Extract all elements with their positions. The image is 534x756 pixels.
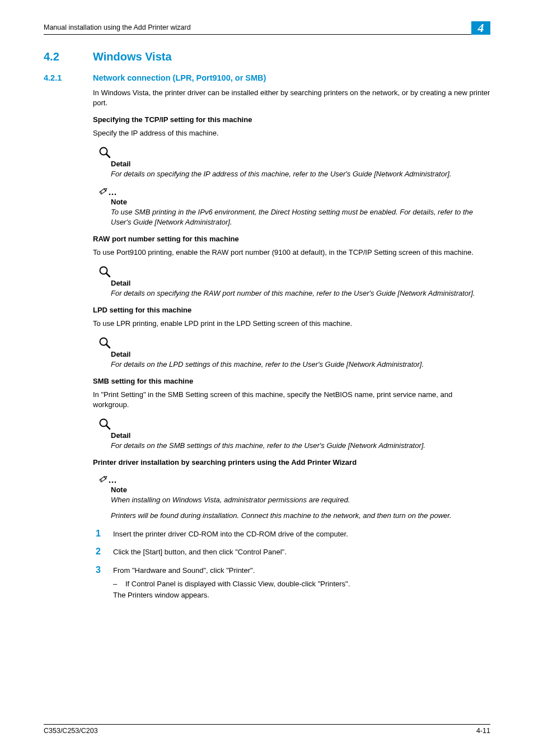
svg-point-6 bbox=[112, 194, 114, 195]
smb-paragraph: In "Print Setting" in the SMB Setting sc… bbox=[93, 390, 490, 409]
page-header: Manual installation using the Add Printe… bbox=[44, 21, 490, 35]
svg-line-1 bbox=[106, 154, 110, 157]
smb-heading: SMB setting for this machine bbox=[93, 377, 490, 385]
bullet-dash: – bbox=[113, 579, 119, 589]
step-number: 3 bbox=[93, 564, 101, 601]
step-item: 1 Insert the printer driver CD-ROM into … bbox=[93, 528, 490, 539]
subsection-number: 4.2.1 bbox=[44, 73, 75, 82]
note-label: Note bbox=[111, 198, 490, 206]
svg-marker-15 bbox=[104, 475, 107, 479]
svg-point-5 bbox=[109, 194, 111, 195]
magnifier-icon bbox=[99, 337, 490, 349]
magnifier-icon bbox=[99, 265, 490, 278]
section-title: Windows Vista bbox=[93, 50, 172, 63]
svg-point-18 bbox=[112, 482, 114, 483]
detail-label: Detail bbox=[111, 431, 490, 440]
pencil-note-icon bbox=[99, 186, 490, 197]
section-heading: 4.2 Windows Vista bbox=[44, 50, 490, 63]
svg-point-19 bbox=[115, 482, 116, 483]
svg-line-11 bbox=[106, 344, 110, 348]
svg-point-7 bbox=[115, 194, 116, 195]
step-text: From "Hardware and Sound", click "Printe… bbox=[113, 564, 490, 601]
install-heading: Printer driver installation by searching… bbox=[93, 458, 490, 466]
tcpip-heading: Specifying the TCP/IP setting for this m… bbox=[93, 115, 490, 124]
intro-paragraph: In Windows Vista, the printer driver can… bbox=[93, 88, 490, 108]
step-main-text: From "Hardware and Sound", click "Printe… bbox=[113, 566, 255, 575]
step-after-text: The Printers window appears. bbox=[113, 590, 490, 600]
footer-model: C353/C253/C203 bbox=[44, 727, 98, 735]
note-text: When installing on Windows Vista, admini… bbox=[111, 495, 490, 505]
detail-label: Detail bbox=[111, 160, 490, 168]
page-footer: C353/C253/C203 4-11 bbox=[44, 724, 490, 735]
body-content: In Windows Vista, the printer driver can… bbox=[93, 88, 490, 600]
footer-page-number: 4-11 bbox=[476, 727, 490, 735]
detail-label: Detail bbox=[111, 350, 490, 358]
running-title: Manual installation using the Add Printe… bbox=[44, 21, 191, 31]
magnifier-icon bbox=[99, 418, 490, 430]
svg-line-9 bbox=[106, 273, 110, 277]
svg-line-13 bbox=[106, 426, 110, 429]
pencil-note-icon bbox=[99, 474, 490, 484]
detail-callout: Detail For details on the SMB settings o… bbox=[93, 418, 490, 451]
detail-label: Detail bbox=[111, 279, 490, 287]
note-text: Printers will be found during installati… bbox=[111, 511, 490, 521]
tcpip-paragraph: Specify the IP address of this machine. bbox=[93, 128, 490, 138]
detail-text: For details on the LPD settings of this … bbox=[111, 360, 490, 370]
step-text: Click the [Start] button, and then click… bbox=[113, 546, 490, 557]
note-callout: Note When installing on Windows Vista, a… bbox=[93, 474, 490, 520]
detail-text: For details on specifying the IP address… bbox=[111, 169, 490, 179]
magnifier-icon bbox=[99, 146, 490, 158]
step-text: Insert the printer driver CD-ROM into th… bbox=[113, 528, 490, 539]
subsection-title: Network connection (LPR, Port9100, or SM… bbox=[93, 73, 266, 82]
step-sub-text: If Control Panel is displayed with Class… bbox=[125, 579, 350, 589]
note-text: To use SMB printing in the IPv6 environm… bbox=[111, 207, 490, 227]
subsection-heading: 4.2.1 Network connection (LPR, Port9100,… bbox=[44, 73, 490, 82]
detail-text: For details on the SMB settings of this … bbox=[111, 441, 490, 451]
step-number: 2 bbox=[93, 546, 101, 557]
detail-callout: Detail For details on specifying the IP … bbox=[93, 146, 490, 179]
detail-callout: Detail For details on the LPD settings o… bbox=[93, 337, 490, 370]
step-number: 1 bbox=[93, 528, 101, 539]
svg-point-17 bbox=[109, 482, 111, 483]
detail-callout: Detail For details on specifying the RAW… bbox=[93, 265, 490, 298]
note-label: Note bbox=[111, 486, 490, 494]
detail-text: For details on specifying the RAW port n… bbox=[111, 288, 490, 298]
section-number: 4.2 bbox=[44, 50, 75, 63]
step-item: 2 Click the [Start] button, and then cli… bbox=[93, 546, 490, 557]
step-item: 3 From "Hardware and Sound", click "Prin… bbox=[93, 564, 490, 601]
lpd-heading: LPD setting for this machine bbox=[93, 306, 490, 314]
lpd-paragraph: To use LPR printing, enable LPD print in… bbox=[93, 319, 490, 329]
note-callout: Note To use SMB printing in the IPv6 env… bbox=[93, 186, 490, 227]
svg-marker-3 bbox=[104, 188, 107, 191]
raw-heading: RAW port number setting for this machine bbox=[93, 235, 490, 243]
chapter-badge: 4 bbox=[471, 21, 490, 35]
raw-paragraph: To use Port9100 printing, enable the RAW… bbox=[93, 248, 490, 258]
